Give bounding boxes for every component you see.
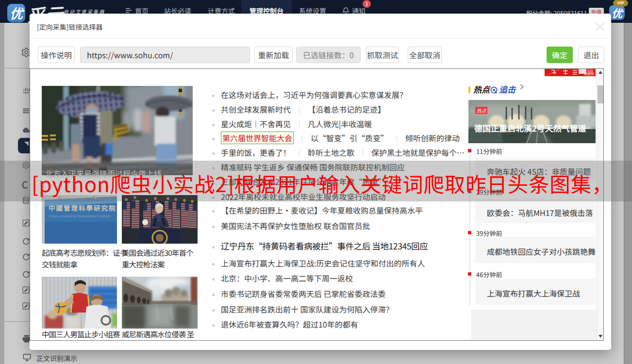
svg-text:中國管理科學研究院: 中國管理科學研究院 <box>49 203 116 213</box>
svg-text:CHINA ACADEMY OF MANAGEMENT SC: CHINA ACADEMY OF MANAGEMENT SCIENCE <box>49 214 111 218</box>
